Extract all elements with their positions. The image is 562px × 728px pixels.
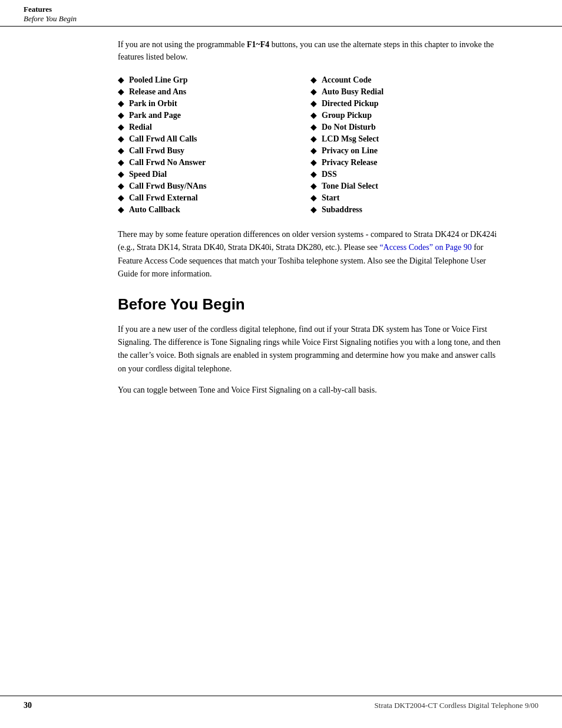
bullet-icon: ◆ (118, 157, 124, 167)
list-item: ◆ Tone Dial Select (310, 181, 503, 191)
feature-label: Tone Dial Select (322, 182, 378, 191)
section-heading: Before You Begin (118, 295, 503, 314)
header-section-label: Features (24, 5, 538, 14)
feature-label: DSS (322, 170, 337, 179)
footer-bar: 30 Strata DKT2004-CT Cordless Digital Te… (0, 696, 562, 710)
bullet-icon: ◆ (118, 146, 124, 156)
list-item: ◆ Call Frwd Busy/NAns (118, 181, 310, 191)
list-item: ◆ Call Frwd External (118, 193, 310, 203)
feature-label: Account Code (322, 75, 371, 85)
feature-label: Call Frwd No Answer (129, 158, 206, 167)
bullet-icon: ◆ (118, 181, 124, 191)
feature-label: LCD Msg Select (322, 134, 379, 144)
feature-label: Speed Dial (129, 170, 167, 179)
header-bar: Features Before You Begin (0, 0, 562, 27)
list-item: ◆ Do Not Disturb (310, 122, 503, 132)
bullet-icon: ◆ (118, 134, 124, 144)
bullet-icon: ◆ (118, 87, 124, 97)
feature-label: Auto Busy Redial (322, 87, 384, 97)
feature-label: Call Frwd Busy (129, 146, 184, 156)
feature-label: Directed Pickup (322, 99, 379, 108)
feature-label: Redial (129, 123, 152, 132)
bullet-icon: ◆ (118, 110, 124, 120)
feature-label: Do Not Disturb (322, 123, 376, 132)
feature-label: Group Pickup (322, 111, 372, 120)
features-left-column: ◆ Pooled Line Grp ◆ Release and Ans ◆ Pa… (118, 75, 310, 216)
bullet-icon: ◆ (310, 98, 317, 108)
features-right-column: ◆ Account Code ◆ Auto Busy Redial ◆ Dire… (310, 75, 503, 216)
bullet-icon: ◆ (310, 75, 317, 85)
feature-label: Subaddress (322, 205, 362, 215)
bullet-icon: ◆ (310, 157, 317, 167)
list-item: ◆ Privacy Release (310, 157, 503, 167)
feature-label: Call Frwd External (129, 193, 198, 203)
bullet-icon: ◆ (118, 75, 124, 85)
feature-label: Park in Orbit (129, 99, 177, 108)
list-item: ◆ Redial (118, 122, 310, 132)
footer-page-number: 30 (24, 701, 32, 710)
bullet-icon: ◆ (118, 205, 124, 215)
bullet-icon: ◆ (310, 146, 317, 156)
list-item: ◆ Call Frwd Busy (118, 146, 310, 156)
feature-label: Release and Ans (129, 87, 186, 97)
list-item: ◆ Group Pickup (310, 110, 503, 120)
list-item: ◆ DSS (310, 169, 503, 179)
list-item: ◆ Call Frwd All Calls (118, 134, 310, 144)
feature-label: Call Frwd All Calls (129, 134, 197, 144)
bullet-icon: ◆ (310, 110, 317, 120)
feature-label: Call Frwd Busy/NAns (129, 182, 206, 191)
list-item: ◆ Auto Callback (118, 205, 310, 215)
f1f4-code: F1~F4 (247, 40, 269, 49)
list-item: ◆ Pooled Line Grp (118, 75, 310, 85)
list-item: ◆ Call Frwd No Answer (118, 157, 310, 167)
bullet-icon: ◆ (310, 169, 317, 179)
page-container: Features Before You Begin If you are not… (0, 0, 562, 728)
list-item: ◆ Park in Orbit (118, 98, 310, 108)
feature-label: Start (322, 193, 339, 203)
list-item: ◆ Release and Ans (118, 87, 310, 97)
list-item: ◆ Start (310, 193, 503, 203)
feature-label: Pooled Line Grp (129, 75, 188, 85)
list-item: ◆ Auto Busy Redial (310, 87, 503, 97)
bullet-icon: ◆ (310, 134, 317, 144)
header-subsection-label: Before You Begin (24, 14, 538, 24)
bullet-icon: ◆ (118, 122, 124, 132)
list-item: ◆ Subaddress (310, 205, 503, 215)
access-codes-link[interactable]: “Access Codes” on Page 90 (379, 243, 471, 252)
feature-label: Privacy Release (322, 158, 377, 167)
feature-label: Park and Page (129, 111, 181, 120)
bullet-icon: ◆ (118, 193, 124, 203)
list-item: ◆ Directed Pickup (310, 98, 503, 108)
list-item: ◆ Account Code (310, 75, 503, 85)
intro-paragraph: If you are not using the programmable F1… (118, 38, 503, 63)
bullet-icon: ◆ (310, 87, 317, 97)
section-paragraph-1: If you are a new user of the cordless di… (118, 323, 503, 376)
bullet-icon: ◆ (118, 169, 124, 179)
footer-document-title: Strata DKT2004-CT Cordless Digital Telep… (375, 701, 538, 710)
feature-label: Auto Callback (129, 205, 180, 215)
list-item: ◆ Speed Dial (118, 169, 310, 179)
section-paragraph-2: You can toggle between Tone and Voice Fi… (118, 384, 503, 397)
bullet-icon: ◆ (118, 98, 124, 108)
main-content: If you are not using the programmable F1… (0, 27, 562, 417)
list-item: ◆ Privacy on Line (310, 146, 503, 156)
bullet-icon: ◆ (310, 122, 317, 132)
features-list-container: ◆ Pooled Line Grp ◆ Release and Ans ◆ Pa… (118, 75, 503, 216)
list-item: ◆ Park and Page (118, 110, 310, 120)
feature-label: Privacy on Line (322, 146, 378, 156)
bullet-icon: ◆ (310, 193, 317, 203)
description-paragraph: There may by some feature operation diff… (118, 228, 503, 281)
list-item: ◆ LCD Msg Select (310, 134, 503, 144)
bullet-icon: ◆ (310, 181, 317, 191)
bullet-icon: ◆ (310, 205, 317, 215)
